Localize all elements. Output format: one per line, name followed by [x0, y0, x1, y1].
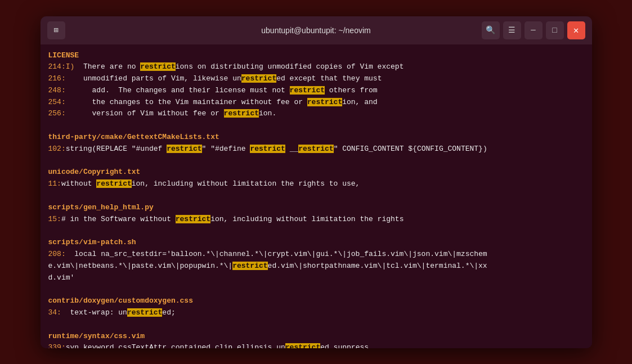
- highlight: restrict: [290, 86, 325, 95]
- maximize-icon: □: [552, 26, 557, 35]
- highlight: restrict: [307, 98, 342, 106]
- minimize-button[interactable]: ─: [525, 21, 543, 39]
- line-number: 214:I): [48, 62, 75, 71]
- code-line: 216: unmodified parts of Vim, likewise u…: [48, 73, 584, 85]
- blank-line: [48, 225, 584, 237]
- code-text: e.vim\|netbeans.*\|paste.vim\|popupwin.*…: [48, 262, 233, 270]
- menu-button[interactable]: ☰: [503, 21, 521, 39]
- code-line: 248: add. The changes and their license …: [48, 85, 584, 97]
- code-text: unmodified parts of Vim, likewise un: [66, 74, 241, 83]
- code-line: 34: text-wrap: unrestricted;: [48, 307, 584, 319]
- line-number: 254:: [48, 98, 66, 106]
- code-line: 214:I) There are no restrictions on dist…: [48, 61, 584, 73]
- titlebar-controls: 🔍 ☰ ─ □ ✕: [482, 21, 585, 39]
- close-icon: ✕: [573, 25, 579, 36]
- code-text: d.vim': [48, 273, 75, 282]
- terminal-body[interactable]: LICENSE214:I) There are no restrictions …: [41, 44, 592, 348]
- blank-line: [48, 319, 584, 331]
- file-heading: contrib/doxygen/customdoxygen.css: [48, 295, 584, 307]
- window-title: ubuntupit@ubuntupit: ~/neovim: [261, 26, 370, 35]
- line-number: 216:: [48, 74, 66, 83]
- code-line: 102:string(REPLACE "#undef restrict" "#d…: [48, 143, 584, 155]
- code-text: without: [61, 179, 96, 188]
- search-button[interactable]: 🔍: [482, 21, 500, 39]
- close-button[interactable]: ✕: [567, 21, 585, 39]
- code-text: ed suppress: [320, 343, 369, 348]
- highlight: restrict: [241, 74, 276, 83]
- code-text: ed except that they must: [276, 74, 382, 83]
- code-text: # in the Software without: [61, 215, 176, 223]
- code-line: 208: local na_src_testdir='balloon.*\|ch…: [48, 249, 584, 260]
- highlight: restrict: [167, 145, 201, 153]
- line-number: 11:: [48, 179, 61, 188]
- code-text: ed.vim\|shortpathname.vim\|tcl.vim\|term…: [268, 262, 487, 270]
- code-text: ion.: [259, 109, 276, 118]
- code-text: " CONFIG_CONTENT ${CONFIG_CONTENT}): [334, 145, 487, 153]
- titlebar-left: ⊞: [47, 21, 65, 39]
- file-heading: scripts/gen_help_html.py: [48, 202, 584, 214]
- highlight: restrict: [224, 109, 259, 118]
- code-text: add. The changes and their license must …: [66, 86, 290, 95]
- code-line: 254: the changes to the Vim maintainer w…: [48, 97, 584, 109]
- code-text: ion, including without limitation the ri…: [132, 179, 360, 188]
- code-line: 339:syn keyword cssTextAttr contained cl…: [48, 342, 584, 348]
- code-text: ion, including without limitation the ri…: [210, 215, 404, 223]
- line-number: 15:: [48, 215, 61, 223]
- code-line: 15:# in the Software without restriction…: [48, 214, 584, 226]
- code-text: string(REPLACE "#undef: [66, 145, 167, 153]
- code-text: local na_src_testdir='balloon.*\|channel…: [66, 250, 487, 258]
- code-text: There are no: [74, 62, 140, 71]
- highlight: restrict: [140, 62, 175, 71]
- code-text: syn keyword cssTextAttr contained clip e…: [66, 343, 285, 348]
- file-heading: runtime/syntax/css.vim: [48, 331, 584, 343]
- titlebar: ⊞ ubuntupit@ubuntupit: ~/neovim 🔍 ☰ ─ □ …: [41, 16, 592, 44]
- line-number: 256:: [48, 109, 66, 118]
- search-icon: 🔍: [486, 25, 495, 35]
- file-heading: unicode/Copyright.txt: [48, 167, 584, 178]
- highlight: restrict: [232, 262, 267, 270]
- terminal-window: ⊞ ubuntupit@ubuntupit: ~/neovim 🔍 ☰ ─ □ …: [41, 16, 592, 348]
- highlight: restrict: [96, 179, 131, 188]
- line-number: 102:: [48, 145, 66, 153]
- line-number: 208:: [48, 250, 66, 258]
- file-heading: LICENSE: [48, 50, 584, 62]
- menu-icon: ☰: [508, 25, 516, 35]
- code-line: e.vim\|netbeans.*\|paste.vim\|popupwin.*…: [48, 260, 584, 272]
- code-text: " "#define: [202, 145, 250, 153]
- pin-button[interactable]: ⊞: [47, 21, 65, 39]
- code-text: ed;: [162, 308, 175, 317]
- line-number: 339:: [48, 343, 66, 348]
- code-text: ion, and: [342, 98, 377, 106]
- file-heading: third-party/cmake/GettextCMakeLists.txt: [48, 132, 584, 143]
- file-heading: scripts/vim-patch.sh: [48, 237, 584, 249]
- code-text: version of Vim without fee or: [66, 109, 224, 118]
- minimize-icon: ─: [531, 26, 535, 35]
- highlight: restrict: [285, 343, 320, 348]
- highlight: restrict: [176, 215, 210, 223]
- pin-icon: ⊞: [53, 25, 58, 35]
- highlight: restrict: [250, 145, 285, 153]
- line-number: 248:: [48, 86, 66, 95]
- maximize-button[interactable]: □: [546, 21, 564, 39]
- code-line: d.vim': [48, 272, 584, 284]
- blank-line: [48, 284, 584, 295]
- blank-line: [48, 190, 584, 202]
- code-line: 256: version of Vim without fee or restr…: [48, 108, 584, 120]
- code-text: text-wrap: un: [61, 308, 127, 317]
- highlight: restrict: [127, 308, 162, 317]
- code-text: ions on distributing unmodified copies o…: [176, 62, 404, 71]
- blank-line: [48, 120, 584, 132]
- highlight: restrict: [298, 145, 333, 153]
- code-text: __: [285, 145, 298, 153]
- code-text: the changes to the Vim maintainer withou…: [66, 98, 307, 106]
- code-text: others from: [325, 86, 378, 95]
- blank-line: [48, 155, 584, 167]
- code-line: 11:without restriction, including withou…: [48, 178, 584, 190]
- line-number: 34:: [48, 308, 61, 317]
